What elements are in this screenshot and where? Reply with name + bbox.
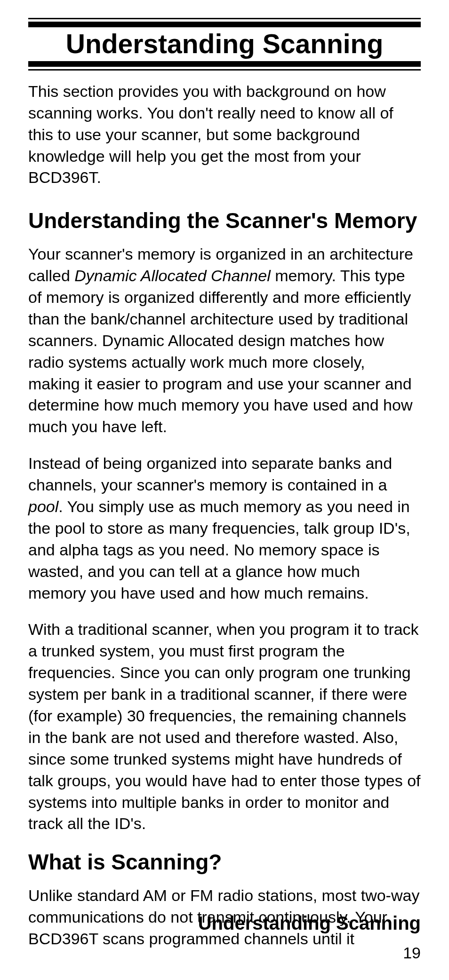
text-run: Instead of being organized into separate…	[28, 454, 392, 494]
italic-text: pool	[28, 498, 58, 515]
text-run: memory. This type of memory is organized…	[28, 267, 412, 435]
memory-paragraph-1: Your scanner's memory is organized in an…	[28, 244, 421, 438]
section-heading-scanning: What is Scanning?	[28, 850, 421, 875]
running-footer-title: Understanding Scanning	[198, 913, 421, 934]
intro-paragraph: This section provides you with backgroun…	[28, 81, 421, 189]
page-title: Understanding Scanning	[28, 30, 421, 58]
section-heading-memory: Understanding the Scanner's Memory	[28, 208, 421, 233]
memory-paragraph-2: Instead of being organized into separate…	[28, 453, 421, 604]
italic-text: Dynamic Allocated Channel	[74, 267, 270, 285]
title-rule-bottom	[28, 61, 421, 71]
text-run: . You simply use as much memory as you n…	[28, 498, 410, 602]
title-rule-top	[28, 18, 421, 27]
page-number: 19	[403, 944, 421, 962]
memory-paragraph-3: With a traditional scanner, when you pro…	[28, 619, 421, 835]
